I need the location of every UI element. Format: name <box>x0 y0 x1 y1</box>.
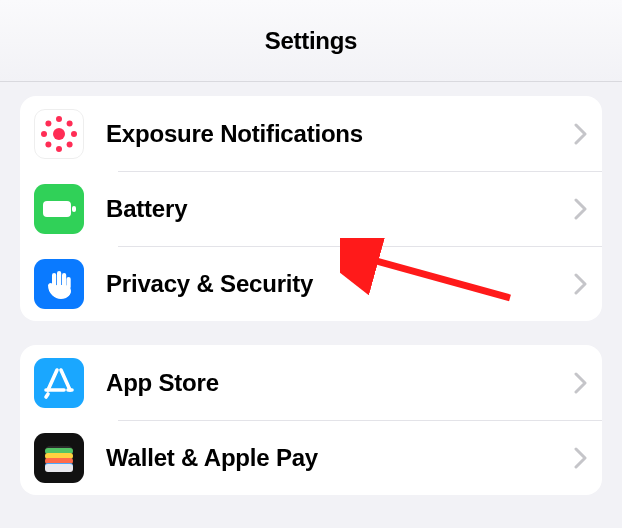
chevron-right-icon <box>574 198 588 220</box>
svg-rect-15 <box>51 285 71 297</box>
row-privacy-security[interactable]: Privacy & Security <box>20 246 602 321</box>
row-label: Privacy & Security <box>106 270 566 298</box>
row-battery[interactable]: Battery <box>20 171 602 246</box>
chevron-right-icon <box>574 372 588 394</box>
hand-icon <box>34 259 84 309</box>
svg-rect-9 <box>43 201 71 217</box>
settings-group-1: Exposure Notifications Battery <box>20 96 602 321</box>
svg-point-5 <box>56 146 62 152</box>
page-title: Settings <box>265 27 357 55</box>
settings-group-2: App Store Wallet & Apple Pay <box>20 345 602 495</box>
row-wallet-apple-pay[interactable]: Wallet & Apple Pay <box>20 420 602 495</box>
chevron-right-icon <box>574 447 588 469</box>
chevron-right-icon <box>574 123 588 145</box>
svg-line-17 <box>61 370 70 390</box>
row-app-store[interactable]: App Store <box>20 345 602 420</box>
svg-point-0 <box>53 128 65 140</box>
row-label: App Store <box>106 369 566 397</box>
svg-line-16 <box>48 370 57 390</box>
svg-line-20 <box>46 394 48 397</box>
row-exposure-notifications[interactable]: Exposure Notifications <box>20 96 602 171</box>
svg-point-6 <box>45 141 51 147</box>
svg-point-2 <box>67 120 73 126</box>
row-label: Wallet & Apple Pay <box>106 444 566 472</box>
svg-point-7 <box>41 131 47 137</box>
row-label: Exposure Notifications <box>106 120 566 148</box>
svg-point-8 <box>45 120 51 126</box>
svg-rect-26 <box>45 464 73 472</box>
settings-header: Settings <box>0 0 622 82</box>
svg-point-3 <box>71 131 77 137</box>
row-label: Battery <box>106 195 566 223</box>
exposure-icon <box>34 109 84 159</box>
svg-rect-10 <box>72 206 76 212</box>
svg-point-1 <box>56 116 62 122</box>
chevron-right-icon <box>574 273 588 295</box>
app-store-icon <box>34 358 84 408</box>
svg-point-4 <box>67 141 73 147</box>
wallet-icon <box>34 433 84 483</box>
battery-icon <box>34 184 84 234</box>
